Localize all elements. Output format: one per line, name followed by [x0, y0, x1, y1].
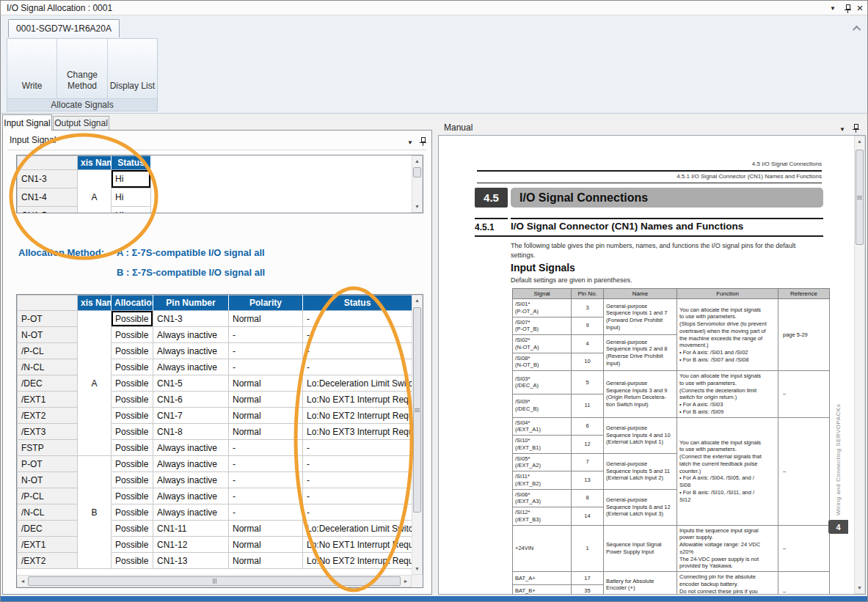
allocation-cell[interactable]: Possible — [112, 392, 153, 408]
polarity-cell[interactable]: - — [229, 440, 303, 456]
status-cell[interactable]: - — [303, 488, 412, 504]
allocation-cell[interactable]: Possible — [112, 488, 153, 504]
pin-row-header-cell[interactable]: CN1-4 — [18, 188, 78, 207]
tab-output-signal[interactable]: Output Signal — [53, 116, 109, 131]
polarity-cell[interactable]: - — [229, 327, 303, 343]
signal-name-cell[interactable]: /P-CL — [18, 343, 78, 359]
status-cell[interactable]: - — [303, 359, 412, 375]
allocation-cell[interactable]: Possible — [112, 521, 153, 537]
pin-number-cell[interactable]: CN1-7 — [153, 408, 229, 424]
allocation-cell[interactable]: Possible — [112, 327, 153, 343]
signal-name-cell[interactable]: /EXT1 — [18, 537, 78, 553]
pin-number-cell[interactable]: Always inactive — [153, 327, 229, 343]
polarity-cell[interactable]: - — [229, 472, 303, 488]
polarity-cell[interactable]: Normal — [229, 375, 303, 392]
scroll-up-icon[interactable]: ▲ — [412, 296, 422, 306]
pin-number-cell[interactable]: Always inactive — [153, 440, 229, 456]
signal-name-cell[interactable]: P-OT — [18, 456, 78, 472]
status-cell[interactable]: Lo:No EXT1 Interrupt Requ — [303, 537, 412, 553]
signal-name-cell[interactable]: /DEC — [18, 521, 78, 537]
polarity-cell[interactable]: Normal — [229, 537, 303, 553]
allocation-cell[interactable]: Possible — [112, 375, 153, 392]
write-button[interactable]: Write — [7, 39, 57, 98]
display-list-button[interactable]: Display List — [108, 39, 157, 98]
axis-name-cell[interactable]: A — [78, 311, 112, 456]
signal-name-cell[interactable]: /EXT1 — [18, 392, 78, 408]
polarity-cell[interactable]: - — [229, 359, 303, 375]
panel-dropdown-icon[interactable]: ▼ — [405, 137, 415, 147]
pin-number-cell[interactable]: CN1-11 — [153, 521, 229, 537]
pin-row-header-cell[interactable]: CN1-3 — [18, 170, 78, 188]
polarity-cell[interactable]: - — [229, 488, 303, 504]
pin-number-cell[interactable]: Always inactive — [153, 488, 229, 504]
polarity-cell[interactable]: Normal — [229, 553, 303, 569]
signal-name-cell[interactable]: /EXT2 — [18, 408, 78, 424]
change-method-button[interactable]: Change Method — [57, 39, 107, 98]
pin-number-cell[interactable]: CN1-13 — [153, 553, 229, 569]
polarity-cell[interactable]: Normal — [229, 424, 303, 440]
allocation-cell[interactable]: Possible — [112, 537, 153, 553]
status-cell[interactable]: Lo:No EXT1 Interrupt Requ — [303, 392, 412, 408]
allocation-cell[interactable]: Possible — [112, 424, 153, 440]
window-pin-icon[interactable] — [842, 2, 853, 14]
status-cell[interactable]: Hi — [112, 207, 151, 214]
scrollbar-horizontal[interactable]: ◄ ► — [17, 575, 412, 587]
axis-name-cell[interactable]: B — [78, 456, 112, 569]
pin-number-cell[interactable]: Always inactive — [153, 456, 229, 472]
pin-number-cell[interactable]: Always inactive — [153, 343, 229, 359]
scroll-down-icon[interactable]: ▼ — [855, 583, 864, 593]
polarity-cell[interactable]: Normal — [229, 521, 303, 537]
signal-name-cell[interactable]: N-OT — [18, 327, 78, 343]
signal-name-cell[interactable]: /N-CL — [18, 504, 78, 521]
pin-number-cell[interactable]: CN1-5 — [153, 375, 229, 392]
status-cell[interactable]: - — [303, 504, 412, 521]
status-cell[interactable]: Lo:No EXT2 Interrupt Requ — [303, 553, 412, 569]
tab-input-signal[interactable]: Input Signal — [2, 114, 52, 131]
status-cell[interactable]: - — [303, 456, 412, 472]
allocation-cell[interactable]: Possible — [112, 472, 153, 488]
signal-name-cell[interactable]: P-OT — [18, 311, 78, 327]
polarity-cell[interactable]: Normal — [229, 392, 303, 408]
status-cell[interactable]: - — [303, 440, 412, 456]
allocation-cell[interactable]: Possible — [112, 553, 153, 569]
panel-pin-icon[interactable] — [417, 136, 428, 146]
window-close-icon[interactable]: × — [854, 2, 866, 14]
axis-name-cell[interactable]: A — [78, 170, 112, 214]
pin-number-cell[interactable]: CN1-12 — [153, 537, 229, 553]
scroll-up-icon[interactable]: ▲ — [855, 136, 864, 147]
panel-pin-icon[interactable] — [850, 122, 861, 133]
scroll-right-icon[interactable]: ► — [402, 576, 409, 587]
polarity-cell[interactable]: - — [229, 343, 303, 359]
pin-row-header-cell[interactable]: CN1-5 — [18, 207, 78, 214]
pin-number-cell[interactable]: Always inactive — [153, 472, 229, 488]
scrollbar-vertical[interactable]: ▲ ▼ — [412, 155, 423, 213]
allocation-cell[interactable]: Possible — [112, 311, 153, 327]
pin-number-cell[interactable]: CN1-8 — [153, 424, 229, 440]
signal-name-cell[interactable]: FSTP — [18, 440, 78, 456]
pin-number-cell[interactable]: CN1-3 — [153, 311, 229, 327]
scrollbar-vertical[interactable]: ▲ ▼ — [854, 136, 865, 594]
signal-name-cell[interactable]: /N-CL — [18, 359, 78, 375]
scroll-down-icon[interactable]: ▼ — [412, 202, 422, 212]
polarity-cell[interactable]: - — [229, 456, 303, 472]
window-menu-dropdown-icon[interactable]: ▼ — [827, 2, 839, 14]
status-cell[interactable]: Lo:Deceleration Limit Switc — [303, 521, 412, 537]
status-cell[interactable]: Hi — [112, 170, 151, 188]
scroll-left-icon[interactable]: ◄ — [19, 576, 26, 587]
pin-number-cell[interactable]: CN1-6 — [153, 392, 229, 408]
allocation-cell[interactable]: Possible — [112, 408, 153, 424]
signal-name-cell[interactable]: /EXT2 — [18, 553, 78, 569]
status-cell[interactable]: Lo:No EXT3 Interrupt Requ — [303, 424, 412, 440]
status-cell[interactable]: - — [303, 311, 412, 327]
signal-name-cell[interactable]: /P-CL — [18, 488, 78, 504]
scrollbar-vertical[interactable]: ▲ ▼ — [412, 295, 423, 575]
signal-name-cell[interactable]: N-OT — [18, 472, 78, 488]
signal-name-cell[interactable]: /DEC — [18, 375, 78, 392]
pin-number-cell[interactable]: Always inactive — [153, 504, 229, 521]
status-cell[interactable]: Lo:Deceleration Limit Switc — [303, 375, 412, 392]
status-cell[interactable]: - — [303, 343, 412, 359]
allocation-cell[interactable]: Possible — [112, 504, 153, 521]
scroll-down-icon[interactable]: ▼ — [412, 564, 422, 574]
polarity-cell[interactable]: - — [229, 504, 303, 521]
scroll-up-icon[interactable]: ▲ — [412, 156, 422, 166]
